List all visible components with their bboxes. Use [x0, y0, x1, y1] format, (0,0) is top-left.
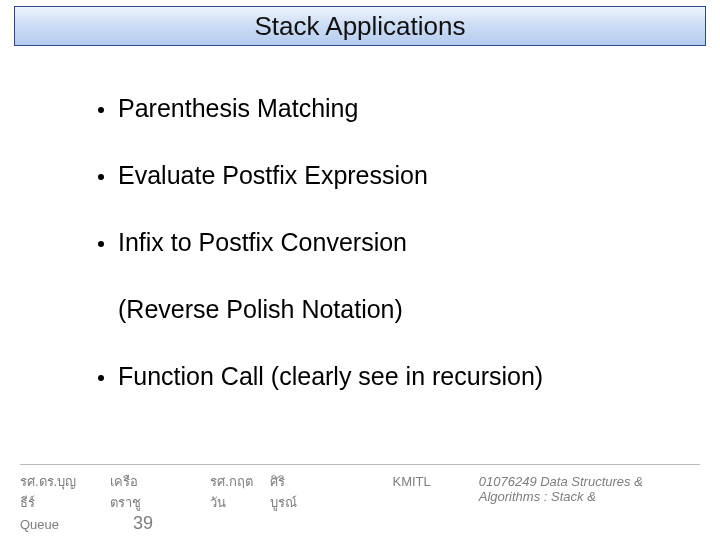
- footer-course: 01076249 Data Structures & Algorithms : …: [479, 474, 700, 504]
- bullet-dot-icon: [98, 375, 104, 381]
- slide-title: Stack Applications: [254, 11, 465, 42]
- footer-divider: [20, 464, 700, 465]
- footer-name: รศ.กฤตวัน: [210, 471, 256, 513]
- bullet-item: Evaluate Postfix Expression: [98, 161, 720, 190]
- footer-institution: KMITL: [392, 474, 430, 489]
- footer-row: Queue 39: [20, 513, 700, 534]
- slide-footer: รศ.ดร.บุญธีร์ เครือตราชู รศ.กฤตวัน ศิริบ…: [0, 464, 720, 540]
- sub-note: (Reverse Polish Notation): [118, 295, 720, 324]
- bullet-dot-icon: [98, 241, 104, 247]
- footer-name: รศ.ดร.บุญธีร์: [20, 471, 76, 513]
- footer-queue: Queue: [20, 517, 59, 532]
- bullet-item: Function Call (clearly see in recursion): [98, 362, 720, 391]
- footer-name: ศิริบูรณ์: [270, 471, 303, 513]
- bullet-text: Infix to Postfix Conversion: [118, 228, 407, 257]
- bullet-dot-icon: [98, 174, 104, 180]
- slide-content: Parenthesis Matching Evaluate Postfix Ex…: [0, 46, 720, 391]
- bullet-item: Infix to Postfix Conversion: [98, 228, 720, 257]
- slide-number: 39: [133, 513, 153, 534]
- footer-row: รศ.ดร.บุญธีร์ เครือตราชู รศ.กฤตวัน ศิริบ…: [20, 471, 700, 513]
- bullet-text: Parenthesis Matching: [118, 94, 358, 123]
- bullet-item: Parenthesis Matching: [98, 94, 720, 123]
- bullet-dot-icon: [98, 107, 104, 113]
- footer-name: เครือตราชู: [110, 471, 156, 513]
- slide-title-bar: Stack Applications: [14, 6, 706, 46]
- bullet-text: Function Call (clearly see in recursion): [118, 362, 543, 391]
- bullet-text: Evaluate Postfix Expression: [118, 161, 428, 190]
